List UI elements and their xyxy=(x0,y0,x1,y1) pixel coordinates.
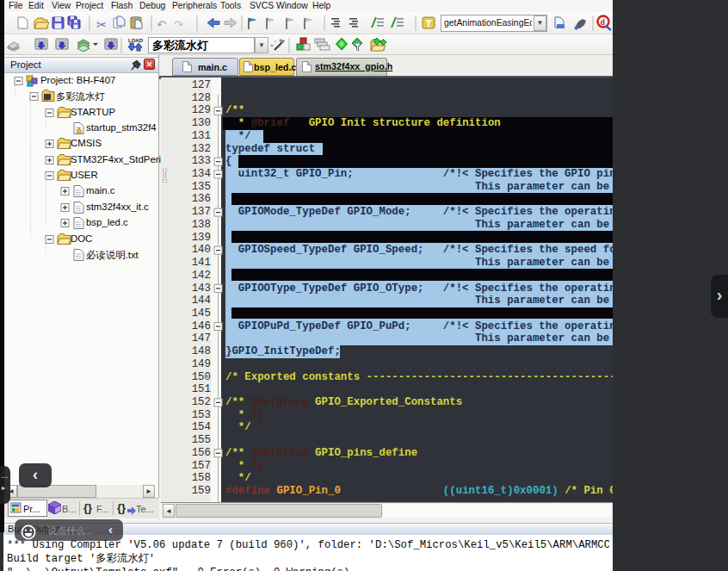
svg-text:d: d xyxy=(601,18,606,27)
